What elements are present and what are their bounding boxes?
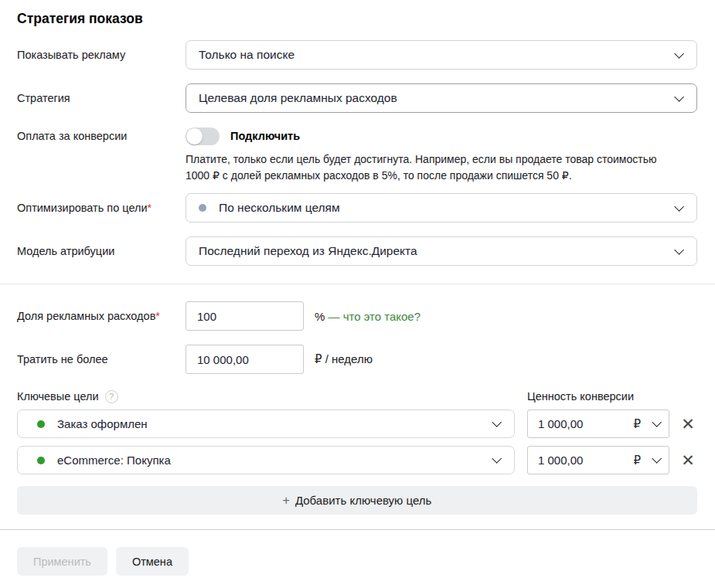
- apply-button[interactable]: Применить: [17, 547, 107, 576]
- chevron-down-icon: [674, 49, 684, 59]
- cancel-button[interactable]: Отмена: [116, 547, 189, 576]
- attribution-select[interactable]: Последний переход из Яндекс.Директа: [186, 236, 697, 266]
- row-optimize-goal: Оптимизировать по цели* По нескольким це…: [17, 193, 697, 223]
- conversion-value-select[interactable]: 1 000,00 ₽: [527, 446, 669, 474]
- attribution-label: Модель атрибуции: [17, 244, 186, 259]
- chevron-down-icon: [492, 417, 502, 427]
- cost-share-unit: % — что это такое?: [315, 310, 420, 323]
- key-goals-header: Ключевые цели ? Ценность конверсии: [17, 389, 697, 403]
- percent-sign: %: [315, 310, 325, 323]
- goal-select[interactable]: Заказ оформлен: [17, 410, 515, 438]
- pay-for-conversions-description: Платите, только если цель будет достигну…: [186, 151, 666, 184]
- attribution-select-value: Последний переход из Яндекс.Директа: [199, 244, 674, 258]
- section-divider: [0, 284, 715, 284]
- row-attribution: Модель атрибуции Последний переход из Ян…: [17, 236, 697, 266]
- optimize-goal-label: Оптимизировать по цели*: [17, 201, 186, 216]
- goal-select[interactable]: eCommerce: Покупка: [17, 446, 515, 474]
- toggle-label: Подключить: [230, 130, 300, 142]
- placement-select[interactable]: Только на поиске: [186, 40, 697, 70]
- goal-status-dot-green: [37, 457, 45, 464]
- footer-actions: Применить Отмена: [17, 547, 697, 576]
- toggle-knob: [186, 128, 203, 144]
- strategy-select[interactable]: Целевая доля рекламных расходов: [186, 83, 697, 113]
- weekly-limit-unit: ₽ / неделю: [315, 352, 373, 366]
- goal-status-dot-green: [37, 420, 45, 428]
- weekly-limit-label: Тратить не более: [17, 352, 186, 367]
- footer-divider: [0, 529, 715, 530]
- required-asterisk: *: [148, 202, 152, 214]
- chevron-down-icon: [674, 202, 684, 212]
- row-strategy: Стратегия Целевая доля рекламных расходо…: [17, 83, 697, 113]
- optimize-goal-select[interactable]: По нескольким целям: [186, 193, 697, 223]
- goal-select-value: Заказ оформлен: [57, 417, 492, 430]
- optimize-goal-label-text: Оптимизировать по цели: [17, 202, 148, 214]
- cost-share-label-text: Доля рекламных расходов: [17, 310, 155, 322]
- conversion-value-title: Ценность конверсии: [527, 389, 697, 403]
- row-cost-share: Доля рекламных расходов* % — что это так…: [17, 301, 697, 331]
- row-pay-for-conversions: Оплата за конверсии Подключить Платите, …: [17, 127, 697, 184]
- row-placement: Показывать рекламу Только на поиске: [17, 40, 697, 70]
- placement-label: Показывать рекламу: [17, 48, 186, 63]
- chevron-down-icon: [492, 454, 502, 464]
- add-key-goal-button[interactable]: + Добавить ключевую цель: [17, 486, 697, 515]
- conversion-value-select[interactable]: 1 000,00 ₽: [527, 410, 669, 438]
- add-key-goal-label: Добавить ключевую цель: [295, 494, 431, 507]
- goal-status-dot-gray: [199, 204, 206, 212]
- what-is-it-link[interactable]: — что это такое?: [329, 310, 421, 323]
- goal-select-value: eCommerce: Покупка: [57, 454, 492, 467]
- chevron-down-icon: [652, 417, 662, 427]
- help-icon[interactable]: ?: [105, 390, 118, 403]
- remove-goal-button[interactable]: ✕: [679, 415, 697, 433]
- chevron-down-icon: [674, 92, 684, 102]
- key-goal-row: Заказ оформлен 1 000,00 ₽ ✕: [17, 410, 697, 438]
- currency-sign: ₽: [633, 417, 641, 431]
- plus-icon: +: [283, 494, 290, 508]
- required-asterisk: *: [155, 310, 160, 322]
- pay-for-conversions-label: Оплата за конверсии: [17, 127, 186, 145]
- key-goal-row: eCommerce: Покупка 1 000,00 ₽ ✕: [17, 446, 697, 474]
- currency-sign: ₽: [633, 454, 641, 467]
- weekly-limit-input[interactable]: [186, 345, 304, 374]
- optimize-goal-select-value: По нескольким целям: [219, 201, 674, 215]
- chevron-down-icon: [652, 454, 662, 464]
- pay-for-conversions-toggle[interactable]: [186, 127, 220, 145]
- remove-goal-button[interactable]: ✕: [679, 451, 697, 470]
- cost-share-label: Доля рекламных расходов*: [17, 309, 186, 324]
- key-goals-title: Ключевые цели: [17, 389, 99, 403]
- conversion-value: 1 000,00: [538, 417, 633, 430]
- row-weekly-limit: Тратить не более ₽ / неделю: [17, 345, 697, 374]
- placement-select-value: Только на поиске: [199, 48, 674, 62]
- chevron-down-icon: [674, 245, 684, 255]
- strategy-settings-panel: Стратегия показов Показывать рекламу Тол…: [0, 10, 715, 576]
- cost-share-input[interactable]: [186, 301, 304, 331]
- conversion-value: 1 000,00: [538, 454, 633, 467]
- strategy-select-value: Целевая доля рекламных расходов: [199, 91, 674, 105]
- strategy-label: Стратегия: [17, 91, 186, 106]
- page-title: Стратегия показов: [17, 10, 697, 27]
